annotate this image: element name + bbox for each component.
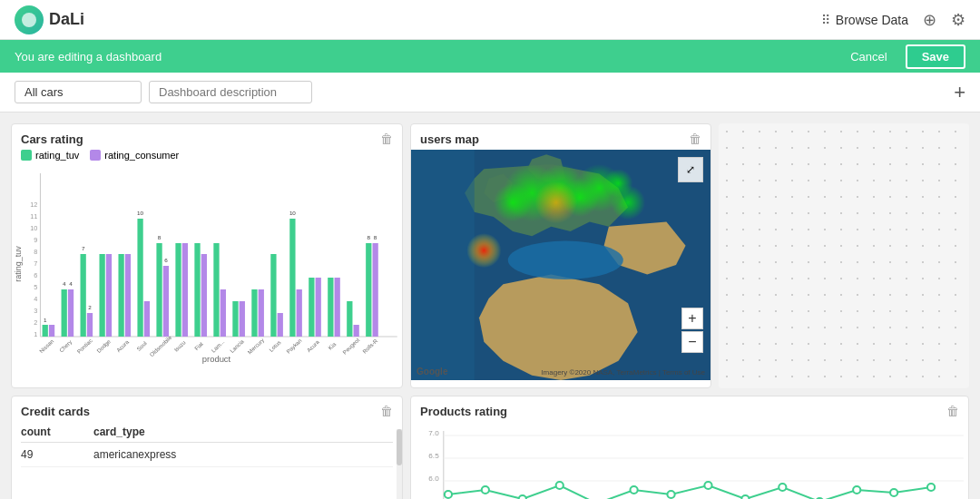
map-zoom-in-button[interactable]: + bbox=[681, 308, 703, 329]
legend-consumer-label: rating_consumer bbox=[104, 150, 179, 161]
svg-rect-52 bbox=[278, 313, 283, 337]
svg-text:6: 6 bbox=[164, 257, 168, 263]
svg-point-94 bbox=[534, 181, 577, 224]
cars-widget-title: Cars rating bbox=[21, 132, 83, 146]
svg-point-117 bbox=[704, 482, 711, 489]
svg-rect-64 bbox=[354, 325, 359, 337]
map-fullscreen-button[interactable]: ⤢ bbox=[678, 157, 703, 182]
svg-rect-63 bbox=[347, 301, 352, 337]
svg-text:11: 11 bbox=[30, 213, 37, 220]
svg-point-110 bbox=[445, 491, 452, 498]
grid-icon: ⠿ bbox=[821, 13, 830, 27]
svg-text:2: 2 bbox=[34, 319, 37, 327]
svg-rect-66 bbox=[366, 243, 371, 337]
save-button[interactable]: Save bbox=[906, 44, 965, 69]
products-widget-title: Products rating bbox=[420, 405, 507, 418]
legend-tuv-label: rating_tuv bbox=[35, 150, 79, 161]
credit-cards-widget: Credit cards 🗑 count card_type 49 americ… bbox=[11, 396, 403, 499]
svg-text:Nissan: Nissan bbox=[38, 338, 55, 354]
products-rating-widget: Products rating 🗑 7.0 6.5 6.0 5.5 5.0 bbox=[410, 396, 969, 499]
credit-widget-delete[interactable]: 🗑 bbox=[380, 404, 393, 418]
svg-rect-25 bbox=[106, 254, 112, 337]
logo-icon bbox=[15, 5, 44, 34]
svg-rect-43 bbox=[220, 289, 226, 337]
svg-text:Mercury: Mercury bbox=[246, 337, 266, 356]
dashboard-title-bar: + bbox=[0, 73, 980, 113]
svg-rect-28 bbox=[125, 254, 131, 337]
svg-rect-33 bbox=[156, 243, 162, 337]
map-container[interactable]: ⤢ + − Google Imagery ©2020 NASA, TerraMe… bbox=[411, 150, 710, 380]
svg-text:Lotus: Lotus bbox=[268, 339, 282, 353]
svg-text:Fiat: Fiat bbox=[193, 340, 205, 351]
svg-rect-57 bbox=[309, 278, 314, 337]
svg-rect-30 bbox=[137, 219, 142, 337]
dashboard-description-input[interactable] bbox=[149, 81, 312, 103]
svg-rect-39 bbox=[194, 243, 200, 337]
map-zoom-out-button[interactable]: − bbox=[681, 331, 703, 353]
cars-legend: rating_tuv rating_consumer bbox=[12, 150, 402, 164]
svg-point-121 bbox=[853, 486, 860, 494]
svg-point-87 bbox=[508, 241, 623, 279]
svg-rect-88 bbox=[411, 150, 475, 380]
svg-rect-19 bbox=[68, 289, 74, 337]
svg-text:Paykan: Paykan bbox=[285, 337, 303, 354]
dashboard-title-input[interactable] bbox=[15, 81, 142, 103]
svg-text:7.0: 7.0 bbox=[428, 429, 439, 437]
logo-inner bbox=[22, 13, 36, 27]
svg-text:4: 4 bbox=[69, 280, 73, 287]
browse-data-button[interactable]: ⠿ Browse Data bbox=[821, 13, 908, 27]
svg-text:6.5: 6.5 bbox=[428, 452, 439, 460]
svg-rect-31 bbox=[144, 301, 150, 337]
top-nav: DaLi ⠿ Browse Data ⊕ ⚙ bbox=[0, 0, 980, 40]
map-widget-delete[interactable]: 🗑 bbox=[689, 132, 701, 146]
cars-widget-delete[interactable]: 🗑 bbox=[380, 132, 393, 146]
products-widget-delete[interactable]: 🗑 bbox=[946, 404, 959, 418]
add-widget-button[interactable]: + bbox=[954, 83, 965, 103]
col-count-header: count bbox=[21, 426, 93, 438]
credit-table: count card_type 49 americanexpress bbox=[12, 422, 402, 467]
svg-text:5: 5 bbox=[34, 284, 37, 291]
settings-icon[interactable]: ⚙ bbox=[951, 10, 965, 30]
svg-point-91 bbox=[494, 183, 532, 221]
cars-rating-widget: Cars rating 🗑 rating_tuv rating_consumer… bbox=[11, 123, 403, 388]
svg-text:Rolls-R: Rolls-R bbox=[361, 338, 379, 355]
map-zoom-controls: + − bbox=[681, 308, 703, 353]
edit-message: You are editing a dashboard bbox=[15, 50, 839, 64]
svg-text:8: 8 bbox=[374, 234, 377, 240]
svg-text:6: 6 bbox=[34, 272, 37, 279]
col-type-header: card_type bbox=[93, 426, 393, 438]
edit-actions: Cancel Save bbox=[839, 44, 965, 69]
svg-rect-34 bbox=[163, 266, 169, 337]
products-widget-header: Products rating 🗑 bbox=[411, 396, 968, 422]
svg-rect-21 bbox=[81, 254, 86, 337]
empty-widget-area bbox=[719, 123, 969, 388]
svg-text:8: 8 bbox=[34, 249, 37, 256]
svg-rect-58 bbox=[316, 278, 321, 337]
svg-text:6.0: 6.0 bbox=[428, 475, 439, 483]
svg-rect-60 bbox=[328, 278, 333, 337]
svg-text:12: 12 bbox=[30, 201, 37, 209]
legend-consumer: rating_consumer bbox=[90, 150, 179, 161]
svg-rect-27 bbox=[118, 254, 123, 337]
dashboard-grid: Cars rating 🗑 rating_tuv rating_consumer… bbox=[0, 113, 980, 499]
dotted-pattern bbox=[719, 123, 969, 388]
svg-rect-48 bbox=[251, 289, 257, 337]
svg-rect-18 bbox=[62, 289, 67, 337]
logo-area: DaLi bbox=[15, 5, 84, 34]
svg-rect-54 bbox=[289, 219, 295, 337]
cancel-button[interactable]: Cancel bbox=[839, 46, 897, 67]
svg-point-113 bbox=[556, 482, 564, 489]
legend-tuv: rating_tuv bbox=[21, 150, 79, 161]
svg-text:Oldsmobile: Oldsmobile bbox=[148, 334, 173, 357]
svg-text:Isuzu: Isuzu bbox=[172, 339, 187, 353]
svg-text:Dodge: Dodge bbox=[95, 338, 113, 354]
google-label: Google bbox=[416, 367, 447, 377]
svg-point-122 bbox=[890, 489, 897, 496]
table-header: count card_type bbox=[21, 422, 393, 443]
svg-rect-49 bbox=[259, 289, 264, 337]
credit-scrollbar[interactable] bbox=[397, 429, 402, 499]
svg-text:Soul: Soul bbox=[135, 340, 148, 352]
svg-rect-46 bbox=[240, 301, 245, 337]
svg-text:3: 3 bbox=[34, 308, 37, 315]
add-icon[interactable]: ⊕ bbox=[923, 10, 936, 30]
